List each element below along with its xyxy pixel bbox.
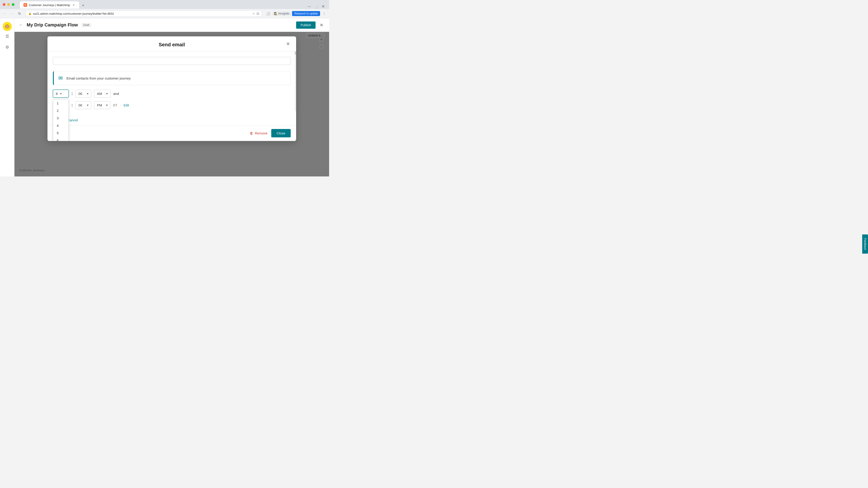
edit-timezone-link[interactable]: Edit — [124, 103, 129, 107]
sidebar-menu-btn[interactable]: ☰ — [4, 33, 11, 40]
time-colon-2: : — [71, 103, 73, 107]
reader-mode-icon[interactable]: ⊡ — [256, 12, 259, 15]
info-banner: ✉ Email contacts from your customer jour… — [53, 71, 291, 85]
header-close-btn[interactable]: ✕ — [318, 22, 324, 28]
trash-icon: 🗑 — [250, 131, 253, 135]
ampm-select-2[interactable]: AM PM — [94, 101, 111, 109]
modal-title: Send email — [159, 42, 185, 48]
browser-toolbar: ← → ↻ 🔒 us21.admin.mailchimp.com/custome… — [0, 9, 329, 18]
incognito-label: Incognito — [278, 12, 289, 15]
remove-label: Remove — [255, 131, 268, 135]
sidebar: 🐵 ☰ ⚙ — [0, 18, 14, 176]
minutes-select-2[interactable]: 00 15 30 45 — [75, 101, 91, 109]
window-maximize-btn[interactable] — [12, 3, 14, 6]
app-title: My Drip Campaign Flow — [27, 22, 78, 28]
window-minimize-btn[interactable] — [7, 3, 10, 6]
browser-tabs: M Customer Journeys | Mailchimp × + ─ ⬜ … — [18, 0, 327, 8]
and-connector: and — [113, 92, 119, 96]
tab-favicon: M — [24, 3, 27, 7]
sidebar-gear-icon[interactable]: ⚙ — [4, 43, 11, 51]
tab-close-btn[interactable]: × — [72, 3, 75, 7]
browser-titlebar: M Customer Journeys | Mailchimp × + ─ ⬜ … — [0, 0, 329, 9]
dropdown-option-2[interactable]: 2 — [53, 107, 68, 114]
dot-separator: · — [120, 103, 121, 107]
app-header: ← My Drip Campaign Flow Draft Publish ✕ — [14, 18, 329, 32]
btn-row: ✓ Cancel — [53, 115, 291, 125]
window-close-icon[interactable]: ✕ — [322, 4, 324, 8]
hour-chevron-icon: ▼ — [59, 92, 62, 95]
publish-btn[interactable]: Publish — [296, 22, 315, 29]
browser-tab-active[interactable]: M Customer Journeys | Mailchimp × — [20, 1, 79, 8]
nav-reload-btn[interactable]: ↻ — [16, 10, 23, 17]
dropdown-option-4[interactable]: 4 — [53, 122, 68, 129]
more-options-btn[interactable]: ⋮ — [321, 10, 327, 17]
app-container: 🐵 ☰ ⚙ ← My Drip Campaign Flow Draft Publ… — [0, 18, 329, 176]
ampm-select-wrapper-2: AM PM ▼ — [94, 101, 111, 109]
dropdown-option-3[interactable]: 3 — [53, 114, 68, 122]
time-row-2: 8 ▼ : 00 15 30 45 — [53, 101, 291, 109]
url-text: us21.admin.mailchimp.com/customer-journe… — [33, 12, 251, 15]
bookmark-icon[interactable]: ☆ — [252, 12, 255, 15]
dropdown-option-5[interactable]: 5 — [53, 129, 68, 137]
main-content: Customer Journeys + − contacts b... Send… — [14, 32, 329, 176]
hour-select-value: 8 — [56, 92, 58, 96]
toolbar-right: ⬜ 🕵 Incognito Relaunch to update ⋮ — [265, 10, 327, 17]
relaunch-btn[interactable]: Relaunch to update — [292, 11, 320, 16]
window-close-btn[interactable] — [3, 3, 5, 6]
minutes-select-wrapper-2: 00 15 30 45 ▼ — [75, 101, 91, 109]
extensions-btn[interactable]: ⬜ — [265, 10, 271, 17]
email-icon: ✉ — [58, 75, 63, 81]
modal-header: Send email ✕ — [48, 36, 296, 52]
email-name-input[interactable] — [53, 57, 291, 65]
window-restore-icon[interactable]: ⬜ — [314, 5, 318, 8]
tab-title: Customer Journeys | Mailchimp — [29, 3, 70, 7]
browser-chrome: M Customer Journeys | Mailchimp × + ─ ⬜ … — [0, 0, 329, 18]
remove-btn[interactable]: 🗑 Remove — [250, 131, 268, 135]
new-tab-btn[interactable]: + — [80, 2, 86, 8]
lock-icon: 🔒 — [28, 12, 32, 15]
ampm-select-1[interactable]: AM PM — [94, 90, 111, 98]
draft-badge: Draft — [82, 23, 91, 27]
ampm-select-wrapper-1: AM PM ▼ — [94, 90, 111, 98]
nav-forward-btn[interactable]: → — [9, 10, 16, 17]
incognito-badge[interactable]: 🕵 Incognito — [272, 11, 291, 15]
sidebar-logo[interactable]: 🐵 — [3, 22, 12, 31]
back-arrow-icon[interactable]: ← — [19, 23, 23, 27]
hour-dropdown-menu: 1 2 3 4 5 6 7 8 9 10 11 — [53, 99, 69, 141]
cancel-btn[interactable]: Cancel — [67, 118, 78, 122]
window-min-icon[interactable]: ─ — [308, 4, 311, 8]
dropdown-option-1[interactable]: 1 — [53, 99, 68, 107]
nav-back-btn[interactable]: ← — [2, 10, 8, 17]
close-modal-btn[interactable]: Close — [271, 129, 291, 137]
modal-dialog: Send email ✕ ✉ — [48, 36, 296, 141]
dropdown-option-6[interactable]: 6 — [53, 137, 68, 141]
modal-overlay: Send email ✕ ✉ — [14, 32, 329, 176]
timezone-label: ET — [113, 103, 117, 107]
incognito-icon: 🕵 — [274, 12, 277, 15]
time-row-1: 8 ▼ 1 2 3 4 5 6 7 — [53, 90, 291, 98]
time-colon-1: : — [71, 91, 73, 96]
modal-close-btn[interactable]: ✕ — [284, 40, 291, 47]
hour-dropdown-wrapper: 8 ▼ 1 2 3 4 5 6 7 — [53, 90, 69, 98]
modal-footer: 🗑 Remove Close — [48, 125, 296, 141]
address-bar[interactable]: 🔒 us21.admin.mailchimp.com/customer-jour… — [25, 10, 262, 17]
minutes-select-1[interactable]: 00 15 30 45 — [75, 90, 91, 98]
minutes-select-wrapper-1: 00 15 30 45 ▼ — [75, 90, 91, 98]
hour-select-btn[interactable]: 8 ▼ — [53, 90, 69, 98]
info-banner-text: Email contacts from your customer journe… — [66, 76, 131, 80]
